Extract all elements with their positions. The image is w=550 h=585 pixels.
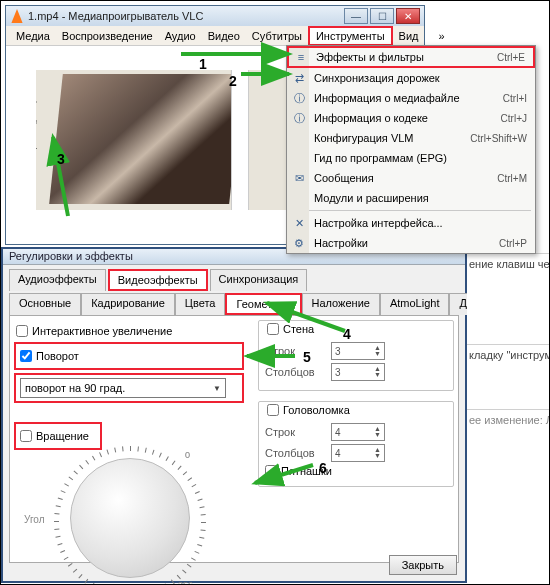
menu-vlm-config[interactable]: Конфигурация VLM Ctrl+Shift+W <box>287 128 535 148</box>
menu-subtitles[interactable]: Субтитры <box>246 28 308 44</box>
rotate-checkbox[interactable] <box>20 350 32 362</box>
vlc-cone-icon <box>10 9 24 23</box>
arrow-4 <box>261 297 351 339</box>
interactive-zoom-label: Интерактивное увеличение <box>32 325 172 337</box>
tab-basic[interactable]: Основные <box>9 293 81 315</box>
puzzle-cols-spinner[interactable]: 4▲▼ <box>331 444 385 462</box>
background-document: ение клавиш че кладку "инструм ее измене… <box>467 247 549 583</box>
rotate-group: Поворот поворот на 90 град. ▼ <box>14 342 244 406</box>
rotate-check-highlight: Поворот <box>14 342 244 370</box>
spin-checkbox[interactable] <box>20 430 32 442</box>
tools-icon: ✕ <box>292 216 306 230</box>
rotate-value: поворот на 90 град. <box>25 382 125 394</box>
puzzle-rows-label: Строк <box>265 426 325 438</box>
puzzle-label: Головоломка <box>283 404 350 416</box>
info-icon: ⓘ <box>292 91 306 105</box>
interactive-zoom-checkbox[interactable] <box>16 325 28 337</box>
tab-sync[interactable]: Синхронизация <box>210 269 308 291</box>
menu-media-info[interactable]: ⓘ Информация о медиафайле Ctrl+I <box>287 88 535 108</box>
menu-effects-filters[interactable]: ≡ Эффекты и фильтры Ctrl+E <box>287 46 535 68</box>
menu-messages[interactable]: ✉ Сообщения Ctrl+M <box>287 168 535 188</box>
menu-customize-interface[interactable]: ✕ Настройка интерфейса... <box>287 213 535 233</box>
spin-label: Вращение <box>36 430 89 442</box>
puzzle-checkbox[interactable] <box>267 404 279 416</box>
annotation-3: 3 <box>57 151 65 167</box>
video-right-strip <box>231 70 249 210</box>
arrow-6 <box>249 459 319 491</box>
maximize-button[interactable]: ☐ <box>370 8 394 24</box>
dial-0-label: 0 <box>185 450 190 460</box>
close-button[interactable]: ✕ <box>396 8 420 24</box>
chevron-down-icon: ▼ <box>213 384 221 393</box>
puzzle-rows-spinner[interactable]: 4▲▼ <box>331 423 385 441</box>
arrow-2 <box>241 67 301 83</box>
arrow-5 <box>241 349 301 365</box>
spinner-arrows-icon: ▲▼ <box>374 447 381 459</box>
dialog-main-tabs: Аудиоэффекты Видеоэффекты Синхронизация <box>9 269 459 291</box>
svg-line-3 <box>267 303 345 331</box>
menu-track-sync[interactable]: ⇄ Синхронизация дорожек <box>287 68 535 88</box>
tools-dropdown: ≡ Эффекты и фильтры Ctrl+E ⇄ Синхронизац… <box>286 45 536 254</box>
gear-icon: ⚙ <box>292 236 306 250</box>
menu-preferences[interactable]: ⚙ Настройки Ctrl+P <box>287 233 535 253</box>
annotation-5: 5 <box>303 349 311 365</box>
menu-audio[interactable]: Аудио <box>159 28 202 44</box>
tab-atmolight[interactable]: AtmoLight <box>380 293 450 315</box>
spinner-arrows-icon: ▲▼ <box>374 426 381 438</box>
spinner-arrows-icon: ▲▼ <box>374 345 381 357</box>
tab-crop[interactable]: Кадрирование <box>81 293 175 315</box>
dialog-footer: Закрыть <box>389 555 457 575</box>
wall-rows-spinner[interactable]: 3▲▼ <box>331 342 385 360</box>
menubar: Медиа Воспроизведение Аудио Видео Субтит… <box>6 26 424 46</box>
window-title: 1.mp4 - Медиапроигрыватель VLC <box>28 10 344 22</box>
tab-audio-effects[interactable]: Аудиоэффекты <box>9 269 106 291</box>
envelope-icon: ✉ <box>292 171 306 185</box>
puzzle-check[interactable]: Головоломка <box>265 404 352 416</box>
annotation-2: 2 <box>229 73 237 89</box>
annotation-6: 6 <box>319 460 327 476</box>
doc-frag-b: кладку "инструм <box>467 344 549 365</box>
menu-epg[interactable]: Гид по программам (EPG) <box>287 148 535 168</box>
wall-cols-label: Столбцов <box>265 366 325 378</box>
video-frame-image <box>49 74 243 204</box>
close-dialog-button[interactable]: Закрыть <box>389 555 457 575</box>
svg-line-2 <box>53 137 68 216</box>
angle-dial-wrap: Угол 0 356 <box>30 450 220 585</box>
tab-video-effects[interactable]: Видеоэффекты <box>108 269 208 291</box>
dial-356-label: 356 <box>178 580 193 585</box>
minimize-button[interactable]: — <box>344 8 368 24</box>
video-rotated-caption: Salvesdite Patienten <box>36 90 38 172</box>
menu-plugins[interactable]: Модули и расширения <box>287 188 535 208</box>
menu-overflow-icon[interactable]: » <box>432 28 450 44</box>
arrow-3 <box>47 131 77 223</box>
doc-frag-c: ее изменение: Ли <box>467 409 549 430</box>
tab-colors[interactable]: Цвета <box>175 293 226 315</box>
info-icon: ⓘ <box>292 111 306 125</box>
angle-dial[interactable] <box>70 458 190 578</box>
spin-check[interactable]: Вращение <box>20 430 96 442</box>
menu-view[interactable]: Вид <box>393 28 425 44</box>
menu-tools[interactable]: Инструменты <box>308 26 393 46</box>
window-buttons: — ☐ ✕ <box>344 8 420 24</box>
menu-codec-info[interactable]: ⓘ Информация о кодеке Ctrl+J <box>287 108 535 128</box>
menu-playback[interactable]: Воспроизведение <box>56 28 159 44</box>
wall-cols-spinner[interactable]: 3▲▼ <box>331 363 385 381</box>
menu-video[interactable]: Видео <box>202 28 246 44</box>
wall-cols-row: Столбцов 3▲▼ <box>265 363 447 381</box>
annotation-1: 1 <box>199 56 207 72</box>
rotate-select[interactable]: поворот на 90 град. ▼ <box>20 378 226 398</box>
puzzle-cols-label: Столбцов <box>265 447 325 459</box>
rotate-select-highlight: поворот на 90 град. ▼ <box>14 373 244 403</box>
doc-frag-a: ение клавиш че <box>467 253 549 274</box>
menu-media[interactable]: Медиа <box>10 28 56 44</box>
svg-line-5 <box>255 465 313 483</box>
spin-group: Вращение Угол 0 356 <box>14 422 244 585</box>
puzzle-rows-row: Строк 4▲▼ <box>265 423 447 441</box>
angle-label: Угол <box>24 514 45 525</box>
annotation-4: 4 <box>343 326 351 342</box>
effects-dialog: Регулировки и эффекты Аудиоэффекты Видео… <box>1 247 467 583</box>
rotate-check[interactable]: Поворот <box>20 350 238 362</box>
spinner-arrows-icon: ▲▼ <box>374 366 381 378</box>
dialog-body: Аудиоэффекты Видеоэффекты Синхронизация … <box>3 265 465 567</box>
rotate-label: Поворот <box>36 350 79 362</box>
